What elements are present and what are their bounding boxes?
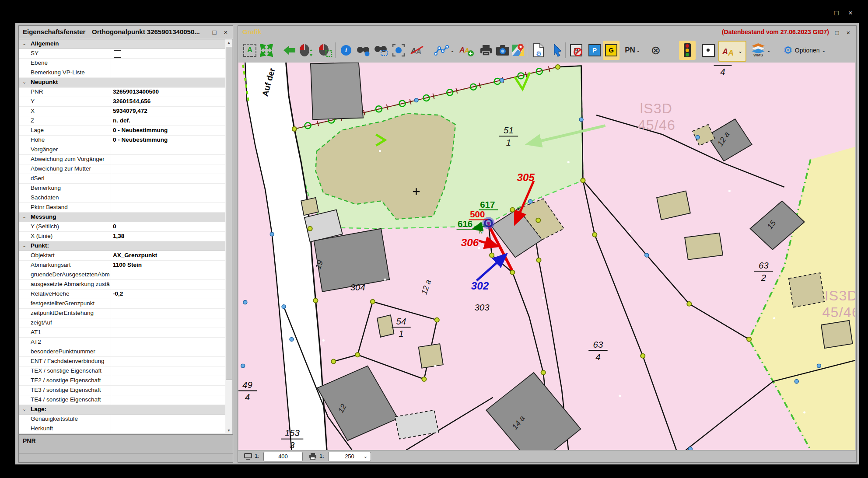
property-row[interactable]: AT1 <box>19 328 225 338</box>
grafik-titlebar[interactable]: Grafik (Datenbestand vom 27.06.2023 GID7… <box>238 26 856 39</box>
property-row[interactable]: X 5934079,472 <box>19 107 225 116</box>
sy-checkbox[interactable] <box>114 50 121 58</box>
back-arrow-icon <box>283 45 296 56</box>
mouse-select-button[interactable] <box>317 41 333 60</box>
collapse-icon[interactable]: ⌄ <box>22 243 26 248</box>
mouse-pan-button[interactable] <box>298 41 314 60</box>
property-row[interactable]: RelativeHoehe -0,2 <box>19 290 225 299</box>
print-button[interactable] <box>478 41 494 60</box>
property-row[interactable]: besonderePunktnummer <box>19 347 225 357</box>
search-button[interactable] <box>355 41 372 60</box>
g-layer-button[interactable]: G <box>603 41 620 60</box>
property-row[interactable]: ENT / Fachdatenverbindung <box>19 357 225 366</box>
optionen-button[interactable]: ⚙ Optionen ⌄ <box>776 41 833 60</box>
property-row[interactable]: Sachdaten <box>19 193 225 203</box>
map-canvas[interactable]: Auf der lS3D 45/46 IS3D 45/46 617 500 61… <box>238 63 855 450</box>
property-row[interactable]: Y 32601544,656 <box>19 97 225 107</box>
property-row[interactable]: gruendeDerAusgesetztenAbmarl <box>19 270 225 280</box>
property-row[interactable]: TE4 / sonstige Eigenschaft <box>19 395 225 405</box>
center-point-button[interactable] <box>390 41 407 60</box>
property-row[interactable]: zeitpunktDerEntstehung <box>19 309 225 318</box>
panel-close-button[interactable]: × <box>220 27 231 38</box>
page-setup-button[interactable]: ⚙ <box>530 41 547 60</box>
property-section-header[interactable]: ⌄ Punkt: <box>19 241 225 251</box>
google-maps-button[interactable] <box>510 41 527 60</box>
property-row[interactable]: dSerl <box>19 174 225 184</box>
property-row[interactable]: ausgesetzte Abmarkung zuständ <box>19 280 225 290</box>
property-section-header[interactable]: ⌄ Allgemein <box>19 39 225 49</box>
grafik-maximize-button[interactable]: □ <box>832 28 842 38</box>
scroll-up-icon[interactable]: ▲ <box>225 39 232 46</box>
property-row[interactable]: X (Linie) 1,38 <box>19 232 225 241</box>
property-row[interactable]: SY <box>19 49 225 59</box>
b-layer-off-button[interactable]: B <box>568 41 584 60</box>
properties-titlebar[interactable]: Eigenschaftsfenster Orthogonalpunkt 3265… <box>19 26 233 39</box>
property-row[interactable]: Herkunft <box>19 424 225 434</box>
traffic-light-button[interactable] <box>679 41 696 60</box>
property-row[interactable]: Pktnr Bestand <box>19 203 225 213</box>
property-row[interactable]: Ebene <box>19 59 225 68</box>
cursor-select-button[interactable] <box>550 41 566 60</box>
property-row[interactable]: Y (Seitlich) 0 <box>19 222 225 232</box>
property-section-header[interactable]: ⌄ Neupunkt <box>19 78 225 87</box>
property-label: Abmarkungsart <box>31 262 71 268</box>
print-scale-select[interactable]: 250 ⌄ <box>328 452 371 461</box>
select-text-button[interactable]: A <box>242 41 258 60</box>
property-row[interactable]: Bemerkung <box>19 184 225 193</box>
status-field-label: PNR <box>23 437 36 444</box>
p-layer-button[interactable]: P <box>586 41 603 60</box>
property-row[interactable]: TEX / sonstige Eigenschaft <box>19 366 225 376</box>
pn-menu-button[interactable]: PN ⌄ <box>620 41 645 60</box>
property-row[interactable]: Vorgänger <box>19 145 225 155</box>
property-label: SY <box>31 50 38 56</box>
collapse-icon[interactable]: ⌄ <box>22 214 26 220</box>
property-row[interactable]: Höhe 0 - Neubestimmung <box>19 136 225 145</box>
chevron-down-icon: ⌄ <box>822 47 826 53</box>
property-row[interactable]: PNR 32659013400500 <box>19 87 225 97</box>
property-row[interactable]: Lage 0 - Neubestimmung <box>19 126 225 136</box>
search-area-button[interactable] <box>373 41 389 60</box>
property-row[interactable]: Bemerkung VP-Liste <box>19 68 225 78</box>
property-label: ausgesetzte Abmarkung zuständ <box>31 281 110 287</box>
property-row[interactable]: TE3 / sonstige Eigenschaft <box>19 386 225 395</box>
property-row[interactable]: AT2 <box>19 338 225 347</box>
grafik-close-button[interactable]: × <box>843 28 854 38</box>
snapshot-button[interactable] <box>494 41 511 60</box>
property-section-header[interactable]: ⌄ Lage: <box>19 405 225 415</box>
back-button[interactable] <box>281 41 298 60</box>
property-row[interactable]: Z n. def. <box>19 116 225 126</box>
grafik-toolbar: A <box>238 39 856 63</box>
screen-scale-input[interactable]: 400 <box>263 452 303 461</box>
measure-polyline-button[interactable]: ⌄ <box>433 41 456 60</box>
scroll-down-icon[interactable]: ▼ <box>225 427 232 434</box>
property-row[interactable]: TE2 / sonstige Eigenschaft <box>19 376 225 386</box>
toolbar-separator <box>527 42 527 58</box>
scrollbar-thumb[interactable] <box>226 47 232 380</box>
property-row[interactable]: festgestellterGrenzpunkt <box>19 299 225 309</box>
property-row[interactable]: Abmarkungsart 1100 Stein <box>19 261 225 270</box>
panel-maximize-button[interactable]: □ <box>209 27 220 38</box>
property-label: AT2 <box>31 338 41 345</box>
property-row[interactable]: Objektart AX_Grenzpunkt <box>19 251 225 261</box>
property-row[interactable]: Abweichung zur Mutter <box>19 164 225 174</box>
wms-label: WMS <box>753 53 763 57</box>
properties-subtitle: Orthogonalpunkt 3265901340050... <box>92 28 200 35</box>
circle-x-button[interactable]: ⊗ <box>648 41 664 60</box>
zoom-extents-button[interactable] <box>258 41 275 60</box>
text-styles-button[interactable]: A A ⌄ <box>718 41 746 62</box>
text-off-button[interactable]: A A <box>409 41 425 60</box>
collapse-icon[interactable]: ⌄ <box>22 406 26 412</box>
info-button[interactable]: i <box>338 41 354 60</box>
property-section-header[interactable]: ⌄ Messung <box>19 213 225 222</box>
window-maximize-button[interactable]: □ <box>831 8 842 18</box>
property-grid-scrollbar[interactable]: ▲ ▼ <box>225 39 232 434</box>
property-row[interactable]: zeigtAuf <box>19 318 225 328</box>
property-row[interactable]: Genauigkeitsstufe <box>19 415 225 424</box>
wms-layers-button[interactable]: WMS ⌄ <box>748 41 774 60</box>
property-row[interactable]: Abweichung zum Vorgänger <box>19 155 225 164</box>
add-text-button[interactable]: A A <box>458 41 475 60</box>
point-frame-button[interactable] <box>700 41 717 60</box>
window-close-button[interactable]: × <box>845 8 856 18</box>
collapse-icon[interactable]: ⌄ <box>22 41 26 46</box>
collapse-icon[interactable]: ⌄ <box>22 79 26 85</box>
